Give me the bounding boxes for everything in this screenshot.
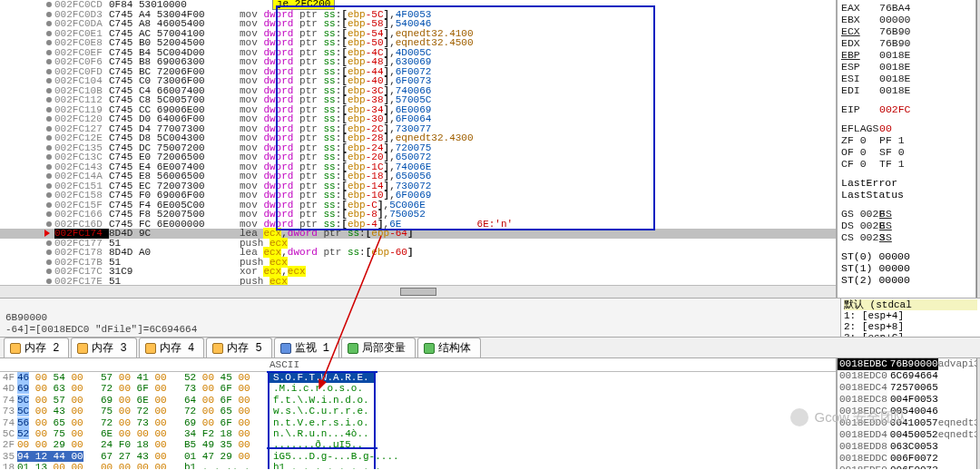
dump-tab[interactable]: 内存 5 bbox=[206, 338, 271, 357]
dump-row[interactable]: 1801 13 00 0000 00 00 00b1 . . .. .h1 . … bbox=[0, 462, 836, 469]
dump-row[interactable]: 3594 12 44 0067 27 43 0001 47 29 00iG5..… bbox=[0, 451, 836, 462]
stack-row[interactable]: 0018EDC8004F0053 bbox=[838, 394, 976, 406]
right-vscrollbar[interactable] bbox=[976, 0, 980, 298]
info-line: 6B90000 -64]=[0018EDC0 "dFile"]=6C694664 bbox=[0, 299, 840, 337]
stack-row[interactable]: 0018EDCC00540046 bbox=[838, 406, 976, 417]
stack-row[interactable]: 0018EDD000410057eqnedt32.00 bbox=[838, 417, 976, 429]
registers-panel[interactable]: EAX76BA4EBX00000ECX76B90EDX76B90EBP0018E… bbox=[837, 0, 976, 298]
tab-icon bbox=[424, 343, 435, 354]
tab-icon bbox=[280, 343, 291, 354]
disasm-row-current[interactable]: 002FC1748D4D 9Clea ecx,dword ptr ss:[ebp… bbox=[0, 229, 836, 239]
tab-label: 内存 5 bbox=[227, 340, 261, 356]
stack-peek: 默认 (stdcal 1: [esp+4] 2: [esp+8] 3: [esp… bbox=[840, 299, 980, 337]
disasm-row[interactable]: 002FC166C745 F8 52007500mov dword ptr ss… bbox=[0, 210, 836, 220]
stack-row[interactable]: 0018EDD400450052eqnedt32.00 bbox=[838, 429, 976, 441]
stack-row[interactable]: 0018EDD8063C0053 bbox=[838, 441, 976, 453]
dump-row[interactable]: 7456 00 65 0072 00 73 0069 00 6F 00n.t.V… bbox=[0, 417, 836, 428]
tab-label: 内存 2 bbox=[24, 340, 59, 356]
stack-panel[interactable]: 0018EDBC76B90000advapi32.760018EDC06C694… bbox=[837, 358, 976, 469]
dump-tab[interactable]: 内存 2 bbox=[4, 338, 69, 357]
disasm-row[interactable]: 002FC17C31C9xor ecx,ecx bbox=[0, 267, 836, 277]
memory-dump-panel[interactable]: ASCII 4F46 00 54 0057 00 41 0052 00 45 0… bbox=[0, 358, 837, 469]
tab-label: 局部变量 bbox=[362, 340, 406, 356]
stack-row[interactable]: 0018EDC06C694664 bbox=[838, 370, 976, 382]
dump-tab[interactable]: 结构体 bbox=[417, 338, 481, 357]
disasm-row[interactable]: 002FC1788D4D A0lea ecx,dword ptr ss:[ebp… bbox=[0, 248, 836, 258]
tab-label: 监视 1 bbox=[295, 340, 329, 356]
stack-vscrollbar[interactable] bbox=[976, 358, 980, 469]
dump-row[interactable]: 735C 00 43 0075 00 72 0072 00 65 00w.s.\… bbox=[0, 406, 836, 416]
dump-tab[interactable]: 局部变量 bbox=[341, 338, 416, 357]
dump-row[interactable]: 2F00 00 29 0024 F0 18 00B5 49 35 00.....… bbox=[0, 439, 836, 450]
dump-row[interactable]: 4D69 00 63 0072 00 6F 0073 00 6F 00.M.i.… bbox=[0, 383, 836, 394]
dump-row[interactable]: 5C52 00 75 006E 00 00 0034 F2 18 00n.\.R… bbox=[0, 428, 836, 439]
dump-tabs: 内存 2内存 3内存 4内存 5监视 1局部变量结构体 bbox=[0, 338, 980, 358]
x64dbg-window: je 2FC200 002FC0CD0F84 53010000002FC0D3C… bbox=[0, 0, 980, 470]
tab-icon bbox=[212, 343, 223, 354]
stack-row[interactable]: 0018EDBC76B90000advapi32.76 bbox=[838, 358, 976, 370]
tab-icon bbox=[348, 343, 358, 354]
disasm-hscrollbar[interactable] bbox=[0, 285, 836, 298]
dump-tab[interactable]: 内存 4 bbox=[139, 338, 204, 357]
stack-row[interactable]: 0018EDC472570065 bbox=[838, 382, 976, 394]
stack-row[interactable]: 0018EDE0006F0073 bbox=[838, 465, 976, 469]
tab-label: 内存 3 bbox=[92, 340, 126, 356]
dump-tab[interactable]: 监视 1 bbox=[274, 338, 339, 357]
tab-icon bbox=[10, 343, 21, 354]
stack-row[interactable]: 0018EDDC006F0072 bbox=[838, 453, 976, 465]
tab-icon bbox=[77, 343, 88, 354]
dump-tab[interactable]: 内存 3 bbox=[71, 338, 136, 357]
tab-label: 结构体 bbox=[438, 340, 471, 356]
disassembly-panel[interactable]: je 2FC200 002FC0CD0F84 53010000002FC0D3C… bbox=[0, 0, 837, 298]
dump-row[interactable]: 4F46 00 54 0057 00 41 0052 00 45 00S.O.F… bbox=[0, 372, 836, 383]
dump-row[interactable]: 745C 00 57 0069 00 6E 0064 00 6F 00f.t.\… bbox=[0, 395, 836, 406]
tab-icon bbox=[145, 343, 156, 354]
ascii-header: ASCII bbox=[270, 359, 299, 370]
tab-label: 内存 4 bbox=[160, 340, 194, 356]
